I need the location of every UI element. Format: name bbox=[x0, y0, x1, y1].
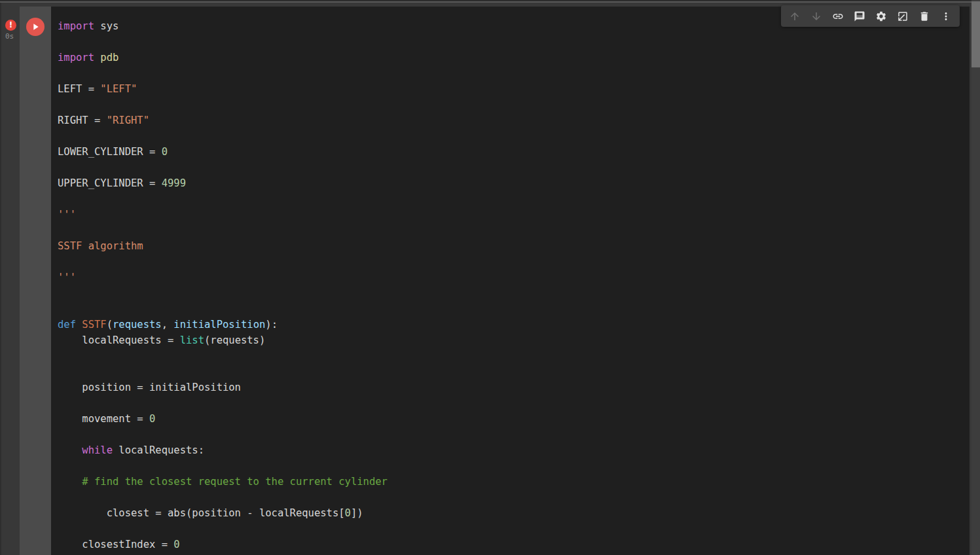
delete-cell-button[interactable] bbox=[916, 9, 932, 24]
code-content: import sys import pdb LEFT = "LEFT" RIGH… bbox=[58, 18, 970, 552]
mirror-cell-in-tab-button[interactable] bbox=[895, 9, 911, 24]
code-cell: ! 0s import sys import pdb LEFT = "LEFT"… bbox=[1, 7, 970, 555]
open-editor-settings-button[interactable] bbox=[873, 9, 889, 24]
cell-toolbar bbox=[781, 5, 960, 27]
copy-link-to-cell-button[interactable] bbox=[830, 9, 846, 24]
execution-info-column: ! 0s bbox=[1, 7, 20, 555]
add-comment-button[interactable] bbox=[852, 9, 867, 24]
code-line: movement = 0 bbox=[58, 411, 970, 427]
code-line bbox=[58, 160, 970, 175]
code-line bbox=[58, 301, 970, 317]
mirror-cell-icon bbox=[897, 10, 909, 22]
code-line bbox=[58, 521, 970, 537]
code-line: while localRequests: bbox=[58, 442, 970, 458]
top-divider-line bbox=[0, 1, 980, 3]
code-line bbox=[58, 128, 970, 144]
colab-notebook-page: { "app": "colab-code-cell", "colors": { … bbox=[0, 0, 980, 555]
code-line: import pdb bbox=[58, 50, 970, 65]
vertical-scrollbar-track[interactable] bbox=[971, 0, 980, 555]
code-line: UPPER_CYLINDER = 4999 bbox=[58, 175, 970, 191]
cell-gutter bbox=[20, 7, 51, 555]
code-line: ''' bbox=[58, 270, 970, 285]
more-cell-actions-button[interactable] bbox=[938, 9, 954, 24]
code-line: def SSTF(requests, initialPosition): bbox=[58, 317, 970, 332]
play-icon bbox=[30, 22, 41, 32]
code-line bbox=[58, 191, 970, 207]
error-exclamation-icon: ! bbox=[5, 20, 16, 31]
code-line bbox=[58, 254, 970, 270]
run-cell-button[interactable] bbox=[26, 18, 45, 36]
code-line: localRequests = list(requests) bbox=[58, 332, 970, 348]
code-line bbox=[58, 364, 970, 380]
comment-icon bbox=[854, 10, 865, 22]
code-editor[interactable]: import sys import pdb LEFT = "LEFT" RIGH… bbox=[51, 7, 970, 555]
code-line: RIGHT = "RIGHT" bbox=[58, 113, 970, 128]
code-line bbox=[58, 395, 970, 411]
gear-icon bbox=[875, 10, 887, 22]
code-line: ''' bbox=[58, 207, 970, 223]
link-icon bbox=[832, 10, 844, 22]
code-line bbox=[58, 490, 970, 505]
arrow-down-icon bbox=[810, 10, 822, 22]
arrow-up-icon bbox=[789, 10, 801, 22]
code-line bbox=[58, 65, 970, 81]
trash-icon bbox=[918, 10, 930, 22]
code-line: position = initialPosition bbox=[58, 380, 970, 395]
move-cell-up-button bbox=[787, 9, 803, 24]
code-line: LEFT = "LEFT" bbox=[58, 81, 970, 97]
more-vert-icon bbox=[940, 10, 952, 22]
code-line bbox=[58, 223, 970, 238]
code-line bbox=[58, 348, 970, 364]
code-line: closest = abs(position - localRequests[0… bbox=[58, 505, 970, 521]
execution-time-label: 0s bbox=[5, 32, 14, 41]
code-line bbox=[58, 427, 970, 442]
code-line: SSTF algorithm bbox=[58, 238, 970, 254]
code-line bbox=[58, 285, 970, 301]
code-line bbox=[58, 458, 970, 474]
code-line: closestIndex = 0 bbox=[58, 537, 970, 552]
code-line bbox=[58, 34, 970, 50]
code-line: LOWER_CYLINDER = 0 bbox=[58, 144, 970, 160]
vertical-scrollbar-thumb[interactable] bbox=[971, 1, 980, 67]
code-line: # find the closest request to the curren… bbox=[58, 474, 970, 490]
move-cell-down-button bbox=[808, 9, 824, 24]
code-line bbox=[58, 97, 970, 113]
